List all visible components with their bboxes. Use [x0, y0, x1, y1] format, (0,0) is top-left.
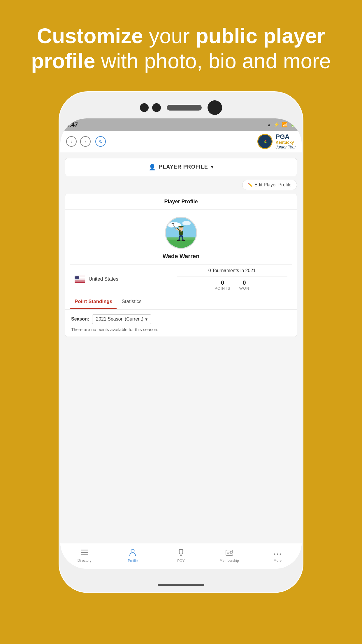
status-time: 8:47	[66, 121, 78, 128]
season-value: 2021 Season (Current)	[96, 316, 143, 322]
notification-icon: ▲	[267, 122, 271, 127]
season-row: Season: 2021 Season (Current) ▾	[71, 314, 291, 324]
edit-pencil-icon: ✏️	[248, 183, 253, 187]
more-label: More	[274, 559, 282, 563]
svg-rect-10	[178, 226, 183, 227]
pga-logo-badge: ⛳	[257, 134, 273, 149]
stats-row: ★★★★★★ ★★★★★ ★★★★★★ United States 0 Tour…	[70, 264, 292, 294]
svg-point-4	[182, 221, 191, 225]
status-bar: 8:47 ▲ ⚡ 📶 🔋	[60, 118, 302, 131]
player-card-title: Player Profile	[65, 194, 297, 210]
svg-point-42	[280, 554, 281, 555]
list-icon	[81, 549, 88, 557]
svg-point-33	[131, 550, 134, 553]
tabs-bar: Point Standings Statistics	[65, 294, 297, 309]
person-icon: 👤	[149, 164, 156, 171]
profile-label: Profile	[128, 559, 138, 563]
country-box: ★★★★★★ ★★★★★ ★★★★★★ United States	[70, 265, 172, 294]
phone-shell: 8:47 ▲ ⚡ 📶 🔋 ‹ › ↻ ⛳ PGA Kentucky	[59, 91, 303, 593]
logo-text: PGA Kentucky Junior Tour	[275, 134, 296, 149]
hero-section: Customize your public player profile wit…	[8, 23, 354, 74]
kentucky-label: Kentucky	[275, 140, 296, 145]
svg-point-18	[182, 239, 185, 241]
player-card: Player Profile	[65, 194, 297, 337]
svg-rect-36	[226, 550, 233, 555]
front-camera	[208, 100, 222, 115]
points-row: 0 POINTS 0 WON	[215, 279, 249, 290]
pga-label: PGA	[275, 134, 296, 140]
won-label: WON	[239, 286, 249, 290]
tab-membership[interactable]: Membership	[205, 549, 254, 563]
nav-arrows: ‹ › ↻	[66, 136, 106, 147]
tournaments-count-label: 0 Tournaments in 2021	[177, 268, 287, 276]
svg-point-41	[277, 554, 278, 555]
dropdown-arrow-icon: ▾	[145, 316, 147, 322]
trophy-icon	[178, 549, 184, 558]
membership-label: Membership	[220, 559, 239, 563]
svg-rect-39	[230, 551, 232, 553]
svg-rect-14	[172, 223, 174, 224]
season-section: Season: 2021 Season (Current) ▾ There ar…	[65, 309, 297, 337]
edit-player-profile-button[interactable]: ✏️ Edit Player Profile	[242, 180, 297, 190]
bottom-tab-bar: Directory Profile	[60, 543, 302, 569]
svg-rect-25	[75, 282, 85, 282]
tab-statistics[interactable]: Statistics	[117, 294, 146, 309]
player-avatar	[165, 217, 197, 249]
points-stat: 0 POINTS	[215, 279, 230, 290]
player-photo-area: Wade Warren	[65, 210, 297, 264]
refresh-button[interactable]: ↻	[95, 136, 106, 147]
us-flag-icon: ★★★★★★ ★★★★★ ★★★★★★	[75, 276, 85, 283]
battery-icon: 🔋	[290, 122, 296, 127]
phone-camera-area	[140, 100, 222, 115]
player-name: Wade Warren	[163, 253, 199, 260]
home-indicator[interactable]	[158, 584, 204, 586]
edit-button-wrapper: ✏️ Edit Player Profile	[60, 176, 302, 190]
phone-speaker	[167, 105, 202, 111]
app-content: 👤 PLAYER PROFILE ▾ ✏️ Edit Player Profil…	[60, 152, 302, 543]
camera-dot-2	[152, 103, 161, 112]
tournament-box: 0 Tournaments in 2021 0 POINTS 0 WON	[172, 265, 292, 294]
svg-rect-6	[166, 237, 196, 240]
svg-rect-5	[166, 238, 196, 248]
chevron-down-icon: ▾	[211, 164, 213, 170]
hero-bold-customize: Customize	[37, 24, 143, 48]
tab-poy[interactable]: POY	[157, 549, 205, 563]
tab-more[interactable]: More	[253, 549, 302, 563]
tab-profile[interactable]: Profile	[109, 549, 157, 563]
membership-card-icon	[226, 549, 233, 557]
points-label: POINTS	[215, 286, 230, 290]
back-button[interactable]: ‹	[66, 136, 77, 147]
profile-person-icon	[129, 549, 136, 558]
forward-button[interactable]: ›	[80, 136, 91, 147]
svg-rect-24	[75, 281, 85, 281]
app-nav-bar: ‹ › ↻ ⛳ PGA Kentucky Junior Tour	[60, 131, 302, 152]
wifi-icon: 📶	[282, 122, 288, 127]
hero-normal-your: your	[149, 24, 196, 48]
won-stat: 0 WON	[239, 279, 249, 290]
hero-bold-profile: profile	[31, 49, 95, 73]
hero-normal-with: with photo, bio and more	[95, 49, 331, 73]
junior-tour-label: Junior Tour	[275, 145, 296, 149]
tab-directory[interactable]: Directory	[60, 549, 109, 563]
svg-point-17	[177, 239, 180, 241]
no-points-message: There are no points available for this s…	[71, 327, 291, 332]
status-icons: ▲ ⚡ 📶 🔋	[267, 122, 296, 127]
country-name: United States	[89, 276, 118, 282]
app-logo: ⛳ PGA Kentucky Junior Tour	[257, 134, 296, 149]
season-label: Season:	[71, 316, 89, 322]
svg-rect-23	[75, 279, 85, 280]
tab-point-standings[interactable]: Point Standings	[70, 294, 117, 309]
player-profile-label: PLAYER PROFILE	[159, 164, 208, 170]
points-value: 0	[215, 279, 230, 286]
hero-bold-public-player: public player	[196, 24, 325, 48]
won-value: 0	[239, 279, 249, 286]
phone-screen: 8:47 ▲ ⚡ 📶 🔋 ‹ › ↻ ⛳ PGA Kentucky	[60, 118, 302, 569]
directory-label: Directory	[78, 559, 92, 563]
camera-dot-1	[140, 103, 149, 112]
edit-button-label: Edit Player Profile	[254, 182, 291, 188]
season-select-dropdown[interactable]: 2021 Season (Current) ▾	[92, 314, 151, 324]
poy-label: POY	[177, 559, 184, 563]
battery-charging-icon: ⚡	[274, 122, 280, 127]
player-profile-bar[interactable]: 👤 PLAYER PROFILE ▾	[65, 158, 297, 176]
svg-text:★★★★★★: ★★★★★★	[75, 278, 80, 279]
